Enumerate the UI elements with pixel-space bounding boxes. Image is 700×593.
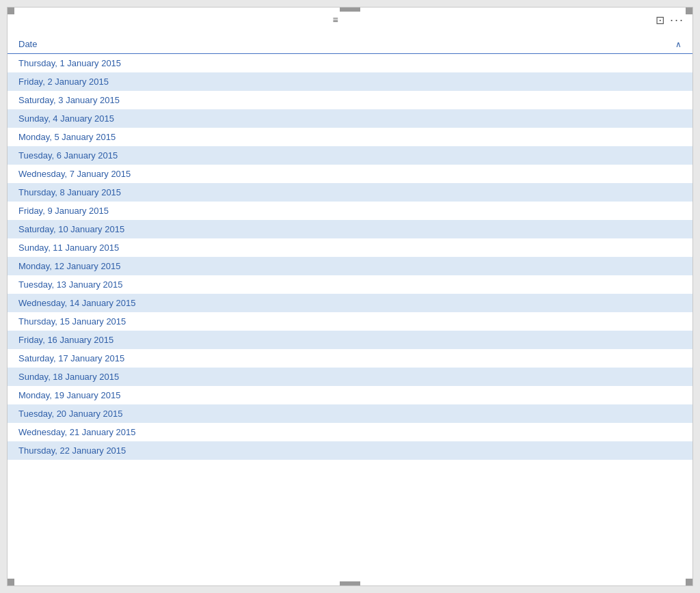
- date-column-header: Date: [18, 39, 673, 49]
- table-row[interactable]: Thursday, 1 January 2015: [8, 54, 692, 72]
- table-row[interactable]: Thursday, 15 January 2015: [8, 312, 692, 331]
- table-body-wrapper: Thursday, 1 January 2015Friday, 2 Januar…: [8, 54, 692, 585]
- toolbar-center: ≡: [332, 14, 338, 25]
- table-row[interactable]: Monday, 12 January 2015: [8, 257, 692, 275]
- table-row[interactable]: Monday, 5 January 2015: [8, 128, 692, 146]
- widget-panel: ≡ ⊡ ··· Date ∧ Thursday, 1 January 2015F…: [7, 7, 693, 586]
- table-row[interactable]: Saturday, 10 January 2015: [8, 220, 692, 238]
- header-row: Date ∧: [8, 39, 692, 54]
- table-row[interactable]: Sunday, 18 January 2015: [8, 368, 692, 386]
- sort-ascending-icon[interactable]: ∧: [675, 40, 682, 49]
- table-row[interactable]: Thursday, 8 January 2015: [8, 183, 692, 202]
- resize-handle-tr[interactable]: [686, 8, 692, 14]
- resize-handle-tl[interactable]: [8, 8, 14, 14]
- content-area: Date ∧ Thursday, 1 January 2015Friday, 2…: [8, 32, 692, 585]
- table-row[interactable]: Tuesday, 20 January 2015: [8, 404, 692, 423]
- table-row[interactable]: Tuesday, 13 January 2015: [8, 275, 692, 294]
- hamburger-icon[interactable]: ≡: [332, 14, 338, 25]
- table-row[interactable]: Friday, 2 January 2015: [8, 72, 692, 91]
- table-row[interactable]: Sunday, 11 January 2015: [8, 238, 692, 257]
- table-row[interactable]: Friday, 16 January 2015: [8, 331, 692, 349]
- table-row[interactable]: Friday, 9 January 2015: [8, 202, 692, 220]
- table-row[interactable]: Monday, 19 January 2015: [8, 386, 692, 404]
- table-body[interactable]: Thursday, 1 January 2015Friday, 2 Januar…: [8, 54, 692, 585]
- table-row[interactable]: Saturday, 3 January 2015: [8, 91, 692, 109]
- table-row[interactable]: Thursday, 22 January 2015: [8, 441, 692, 460]
- more-icon[interactable]: ···: [670, 13, 684, 27]
- toolbar-right: ⊡ ···: [656, 13, 684, 27]
- resize-handle-top[interactable]: [340, 8, 360, 12]
- table-row[interactable]: Saturday, 17 January 2015: [8, 349, 692, 368]
- table-row[interactable]: Wednesday, 7 January 2015: [8, 165, 692, 183]
- expand-icon[interactable]: ⊡: [656, 14, 664, 27]
- table-row[interactable]: Wednesday, 21 January 2015: [8, 423, 692, 441]
- table-row[interactable]: Sunday, 4 January 2015: [8, 109, 692, 128]
- table-row[interactable]: Wednesday, 14 January 2015: [8, 294, 692, 312]
- table-row[interactable]: Tuesday, 6 January 2015: [8, 146, 692, 165]
